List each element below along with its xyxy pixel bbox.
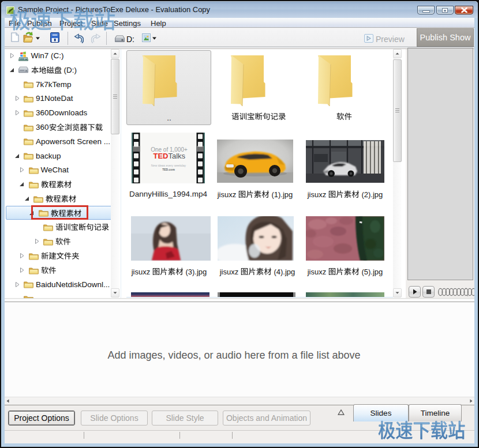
svg-text:Talks: Talks (169, 152, 186, 160)
svg-text:New ideas every weekday: New ideas every weekday (151, 164, 186, 167)
svg-text:TED.com: TED.com (162, 168, 175, 171)
svg-text:TED: TED (154, 152, 169, 160)
